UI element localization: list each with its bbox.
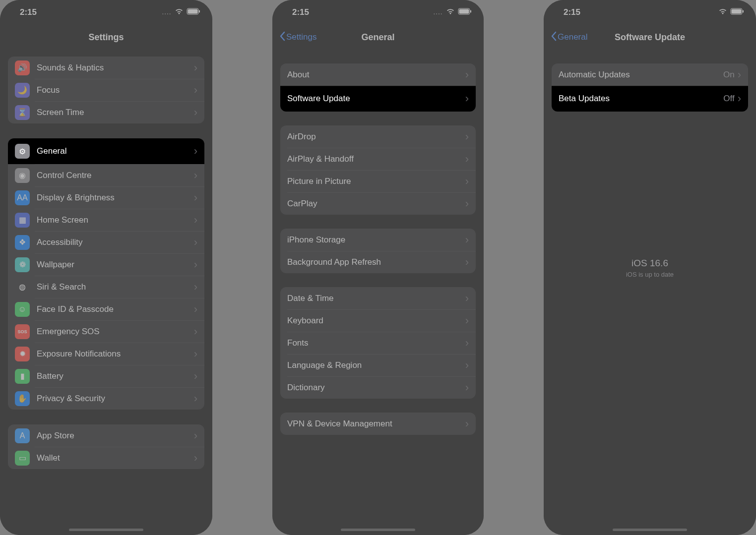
row-airplay-handoff[interactable]: AirPlay & Handoff› <box>280 148 476 170</box>
row-language-region[interactable]: Language & Region› <box>280 354 476 376</box>
chevron-right-icon: › <box>194 259 197 270</box>
home-indicator[interactable] <box>69 529 143 531</box>
row-accessibility[interactable]: ❖Accessibility› <box>8 231 204 253</box>
row-automatic-updates[interactable]: Automatic UpdatesOn› <box>552 63 748 86</box>
row-label: iPhone Storage <box>287 235 465 245</box>
row-face-id-passcode[interactable]: ☺Face ID & Passcode› <box>8 298 204 320</box>
row-label: Picture in Picture <box>287 177 465 186</box>
row-exposure-notifications[interactable]: ✹Exposure Notifications› <box>8 343 204 365</box>
row-emergency-sos[interactable]: SOSEmergency SOS› <box>8 320 204 343</box>
chevron-right-icon: › <box>194 215 197 226</box>
row-privacy-security[interactable]: ✋Privacy & Security› <box>8 387 204 410</box>
chevron-right-icon: › <box>465 382 469 393</box>
general-group-2: AirDrop›AirPlay & Handoff›Picture in Pic… <box>280 125 476 215</box>
svg-rect-2 <box>199 10 200 13</box>
row-label: Software Update <box>287 94 465 104</box>
settings-group-1: 🔊Sounds & Haptics›🌙Focus›⌛Screen Time› <box>8 57 204 123</box>
row-airdrop[interactable]: AirDrop› <box>280 125 476 148</box>
chevron-right-icon: › <box>194 304 197 315</box>
chevron-right-icon: › <box>194 237 197 248</box>
chevron-left-icon <box>551 31 557 44</box>
back-button[interactable]: General <box>551 31 587 44</box>
row-general[interactable]: ⚙General› <box>8 138 204 164</box>
chevron-right-icon: › <box>465 293 469 304</box>
svg-rect-5 <box>470 10 471 13</box>
row-value: Off <box>723 94 734 104</box>
settings-screen: 2:15 .... Settings 🔊Sounds & Haptics›🌙Fo… <box>0 0 212 535</box>
row-fonts[interactable]: Fonts› <box>280 332 476 354</box>
chevron-right-icon: › <box>194 349 197 359</box>
row-value: On <box>723 70 735 80</box>
row-siri-search[interactable]: ◍Siri & Search› <box>8 276 204 298</box>
home-indicator[interactable] <box>613 529 687 531</box>
chevron-right-icon: › <box>465 198 469 209</box>
row-label: App Store <box>37 431 194 441</box>
row-background-app-refresh[interactable]: Background App Refresh› <box>280 251 476 273</box>
home-indicator[interactable] <box>341 529 415 531</box>
chevron-right-icon: › <box>465 360 469 371</box>
exposure-icon: ✹ <box>15 347 30 361</box>
row-picture-in-picture[interactable]: Picture in Picture› <box>280 170 476 192</box>
software-update-group: Automatic UpdatesOn›Beta UpdatesOff› <box>552 63 748 112</box>
back-button[interactable]: Settings <box>279 31 316 44</box>
row-carplay[interactable]: CarPlay› <box>280 192 476 215</box>
status-bar: 2:15 .... <box>0 0 212 25</box>
row-home-screen[interactable]: ▦Home Screen› <box>8 209 204 231</box>
chevron-right-icon: › <box>465 418 469 429</box>
chevron-right-icon: › <box>465 315 469 326</box>
chevron-left-icon <box>279 31 285 44</box>
row-battery[interactable]: ▮Battery› <box>8 365 204 387</box>
update-status: iOS 16.6 iOS is up to date <box>544 258 756 278</box>
row-label: AirPlay & Handoff <box>287 154 465 164</box>
row-label: AirDrop <box>287 132 465 142</box>
row-sounds-haptics[interactable]: 🔊Sounds & Haptics› <box>8 57 204 79</box>
row-label: About <box>287 70 465 80</box>
wifi-icon <box>175 7 184 17</box>
row-label: Screen Time <box>37 108 194 118</box>
row-display-brightness[interactable]: AADisplay & Brightness› <box>8 186 204 209</box>
general-icon: ⚙ <box>15 144 30 159</box>
row-beta-updates[interactable]: Beta UpdatesOff› <box>552 86 748 112</box>
row-about[interactable]: About› <box>280 63 476 86</box>
accessibility-icon: ❖ <box>15 235 30 250</box>
ios-version: iOS 16.6 <box>544 258 756 269</box>
chevron-right-icon: › <box>194 393 197 404</box>
general-group-5: VPN & Device Management› <box>280 413 476 435</box>
row-label: Face ID & Passcode <box>37 304 194 314</box>
chevron-right-icon: › <box>465 235 469 245</box>
row-dictionary[interactable]: Dictionary› <box>280 376 476 399</box>
row-control-centre[interactable]: ◉Control Centre› <box>8 164 204 186</box>
row-focus[interactable]: 🌙Focus› <box>8 79 204 101</box>
row-vpn-device-management[interactable]: VPN & Device Management› <box>280 413 476 435</box>
chevron-right-icon: › <box>465 154 469 165</box>
svg-rect-8 <box>743 10 744 13</box>
display-icon: AA <box>15 190 30 205</box>
row-label: Beta Updates <box>559 94 723 104</box>
row-label: Wallet <box>37 453 194 463</box>
nav-bar: General Software Update <box>544 25 756 50</box>
row-wallet[interactable]: ▭Wallet› <box>8 447 204 469</box>
row-software-update[interactable]: Software Update› <box>280 86 476 112</box>
page-title: Settings <box>88 32 124 43</box>
row-wallpaper[interactable]: ❁Wallpaper› <box>8 253 204 276</box>
row-app-store[interactable]: AApp Store› <box>8 424 204 447</box>
control-centre-icon: ◉ <box>15 168 30 183</box>
status-bar: 2:15 .... <box>272 0 484 25</box>
row-label: Exposure Notifications <box>37 349 194 359</box>
row-label: Dictionary <box>287 383 465 393</box>
row-iphone-storage[interactable]: iPhone Storage› <box>280 229 476 251</box>
row-keyboard[interactable]: Keyboard› <box>280 309 476 332</box>
row-screen-time[interactable]: ⌛Screen Time› <box>8 101 204 123</box>
chevron-right-icon: › <box>465 176 469 187</box>
battery-icon <box>458 7 472 17</box>
row-date-time[interactable]: Date & Time› <box>280 287 476 309</box>
battery-icon <box>187 7 200 17</box>
software-update-screen: 2:15 General Software Update Automatic U… <box>544 0 756 535</box>
chevron-right-icon: › <box>194 170 197 181</box>
appstore-icon: A <box>15 428 30 443</box>
cellular-dots: .... <box>162 10 172 15</box>
general-group-3: iPhone Storage›Background App Refresh› <box>280 229 476 273</box>
status-bar: 2:15 <box>544 0 756 25</box>
chevron-right-icon: › <box>194 326 197 337</box>
privacy-icon: ✋ <box>15 391 30 406</box>
